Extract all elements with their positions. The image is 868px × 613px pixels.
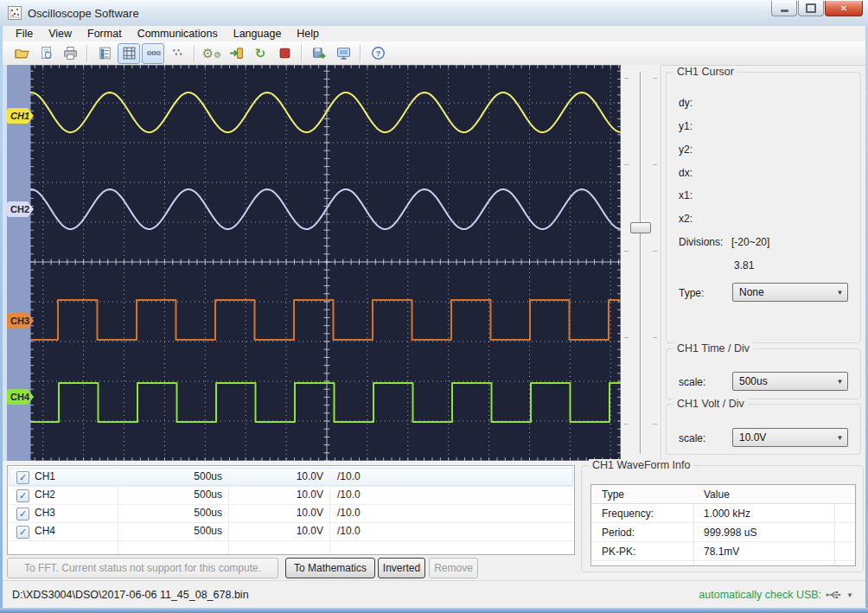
slider-tick bbox=[624, 164, 629, 165]
grid-display-toggle[interactable] bbox=[118, 43, 140, 64]
slider-thumb[interactable] bbox=[630, 222, 651, 233]
menu-format[interactable]: Format bbox=[80, 27, 130, 41]
slider-tick bbox=[653, 337, 657, 338]
restore-button[interactable] bbox=[798, 1, 824, 16]
open-file-button[interactable] bbox=[10, 43, 33, 64]
cursor-x1-label: x1: bbox=[679, 189, 692, 201]
window-title: Oscilloscope Software bbox=[28, 7, 139, 20]
info-type: PK-PK: bbox=[602, 546, 635, 558]
close-icon: ✕ bbox=[840, 3, 847, 13]
channel-checkbox[interactable]: ✓ bbox=[16, 526, 29, 539]
table-row-ch1[interactable]: ✓ CH1 500us 10.0V /10.0 bbox=[9, 468, 573, 487]
open-folder-icon bbox=[15, 46, 29, 61]
info-col-value: Value bbox=[704, 488, 730, 501]
time-div-title: CH1 Time / Div bbox=[673, 342, 753, 354]
help-button[interactable]: ? bbox=[367, 43, 389, 64]
channel-list-icon bbox=[98, 46, 112, 61]
export-save-button[interactable] bbox=[308, 43, 330, 64]
title-bar: Oscilloscope Software ✕ bbox=[0, 0, 868, 27]
divisions-label: Divisions: bbox=[679, 236, 723, 248]
table-row-ch3[interactable]: ✓ CH3 500us 10.0V /10.0 bbox=[9, 504, 573, 523]
slider-tick bbox=[624, 424, 629, 425]
waveform-info-panel: CH1 WaveForm Info Type Value Frequency: … bbox=[581, 465, 864, 572]
print-preview-button[interactable] bbox=[35, 43, 57, 64]
vertical-position-slider[interactable] bbox=[621, 65, 661, 461]
info-row-pkpk: PK-PK: 78.1mV bbox=[591, 542, 855, 561]
channel-checkbox[interactable]: ✓ bbox=[16, 489, 29, 502]
save-export-icon bbox=[312, 46, 327, 61]
channel-time: 500us bbox=[118, 525, 222, 537]
usb-status-text: automatically check USB: bbox=[699, 589, 821, 601]
cursor-dy-label: dy: bbox=[679, 97, 692, 109]
menu-communications[interactable]: Communications bbox=[130, 27, 226, 41]
screen-display-button[interactable] bbox=[332, 43, 354, 64]
menu-file[interactable]: File bbox=[8, 27, 41, 41]
channel-name: CH1 bbox=[35, 470, 55, 482]
waveform-display[interactable] bbox=[30, 65, 621, 461]
dots-display-toggle[interactable] bbox=[166, 43, 188, 64]
connect-device-button[interactable] bbox=[225, 43, 247, 64]
svg-text:?: ? bbox=[375, 48, 380, 58]
waveform-info-title: CH1 WaveForm Info bbox=[589, 459, 693, 471]
help-icon: ? bbox=[371, 46, 386, 61]
menu-view[interactable]: View bbox=[41, 27, 80, 41]
inverted-button[interactable]: Inverted bbox=[378, 558, 425, 578]
toolbar-separator bbox=[86, 45, 88, 62]
info-type: Period: bbox=[602, 527, 635, 539]
channel-tag-label: CH1 bbox=[10, 111, 29, 121]
to-mathematics-button[interactable]: To Mathematics bbox=[285, 558, 375, 578]
close-button[interactable]: ✕ bbox=[825, 1, 863, 16]
cursor-type-select[interactable]: None ▼ bbox=[732, 283, 848, 302]
minimize-button[interactable] bbox=[771, 1, 797, 16]
channel-checkbox[interactable]: ✓ bbox=[16, 508, 29, 520]
file-path: D:\XDS3004\DSO\2017-06-06 11_45_08_678.b… bbox=[12, 589, 249, 601]
connect-icon bbox=[229, 46, 244, 61]
info-row-period: Period: 999.998 uS bbox=[591, 523, 855, 542]
chevron-down-icon: ▼ bbox=[833, 378, 847, 386]
refresh-icon: ↻ bbox=[255, 47, 266, 60]
channel-volt: 10.0V bbox=[229, 488, 323, 501]
channel-list-button[interactable] bbox=[93, 43, 116, 64]
stop-button[interactable] bbox=[273, 43, 296, 64]
dashed-line-icon bbox=[146, 46, 161, 61]
channel-time: 500us bbox=[118, 488, 222, 501]
channel-tag-label: CH3 bbox=[10, 316, 29, 326]
panel-divider bbox=[661, 65, 662, 461]
menu-language[interactable]: Language bbox=[226, 27, 290, 41]
channel-attenuation: /10.0 bbox=[337, 507, 361, 519]
remove-button: Remove bbox=[429, 558, 478, 578]
app-window: Oscilloscope Software ✕ File View Format… bbox=[0, 0, 868, 613]
channel-checkbox[interactable]: ✓ bbox=[16, 471, 29, 484]
settings-button[interactable]: ⚙⚙ bbox=[201, 43, 223, 64]
toolbar-separator bbox=[360, 45, 361, 62]
slider-tick bbox=[653, 251, 657, 252]
volt-scale-select[interactable]: 10.0V ▼ bbox=[732, 428, 848, 447]
waveform-plot bbox=[30, 65, 621, 461]
window-controls: ✕ bbox=[770, 1, 863, 16]
table-row-ch4[interactable]: ✓ CH4 500us 10.0V /10.0 bbox=[9, 522, 573, 541]
menu-help[interactable]: Help bbox=[289, 27, 327, 41]
refresh-button[interactable]: ↻ bbox=[249, 43, 271, 64]
slider-track[interactable] bbox=[640, 72, 641, 454]
print-preview-icon bbox=[39, 46, 54, 61]
channel-volt: 10.0V bbox=[229, 525, 323, 537]
time-scale-select[interactable]: 500us ▼ bbox=[732, 372, 848, 391]
dashed-line-display-toggle[interactable] bbox=[142, 43, 164, 64]
volt-scale-value: 10.0V bbox=[733, 431, 833, 444]
usb-dropdown-arrow[interactable]: ▼ bbox=[846, 591, 853, 599]
usb-icon bbox=[826, 590, 842, 600]
status-bar: D:\XDS3004\DSO\2017-06-06 11_45_08_678.b… bbox=[3, 580, 865, 609]
channel-name: CH4 bbox=[35, 525, 55, 537]
info-value: 1.000 kHz bbox=[704, 508, 750, 520]
print-button[interactable] bbox=[59, 43, 81, 64]
dots-icon bbox=[170, 46, 185, 61]
info-type: Frequency: bbox=[602, 508, 654, 520]
divisions-value: 3.81 bbox=[734, 259, 754, 271]
time-scale-value: 500us bbox=[733, 375, 833, 387]
toolbar-separator bbox=[301, 45, 303, 62]
slider-tick bbox=[624, 337, 629, 338]
window-frame-bottom bbox=[0, 608, 868, 613]
table-row-ch2[interactable]: ✓ CH2 500us 10.0V /10.0 bbox=[9, 486, 573, 505]
cursor-y2-label: y2: bbox=[679, 144, 692, 156]
info-row-frequency: Frequency: 1.000 kHz bbox=[591, 504, 855, 523]
